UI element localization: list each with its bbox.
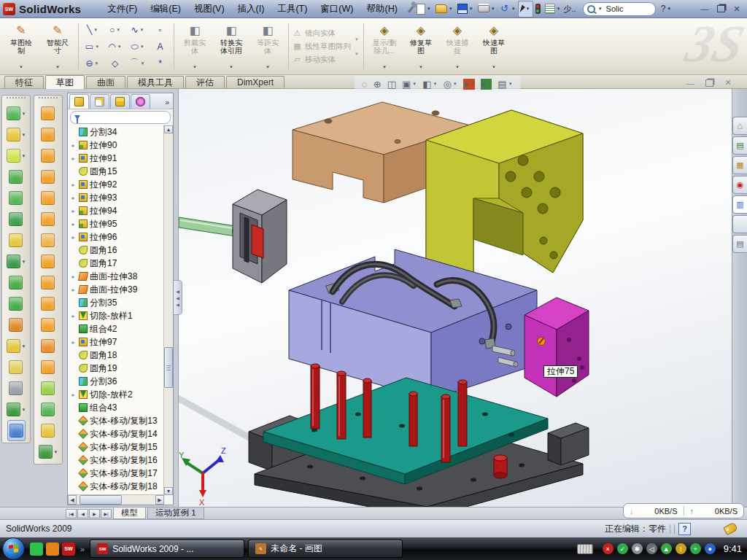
expand-arrow-icon[interactable]: [70, 182, 77, 188]
quick-launch-icon[interactable]: [30, 542, 43, 556]
command-tab[interactable]: 特征: [4, 76, 44, 88]
tray-icon[interactable]: ◁: [646, 543, 657, 554]
sketch-tool-button[interactable]: ◈ 快速草 图 ▼: [476, 20, 512, 73]
feature-tree-item[interactable]: 分割34: [68, 125, 163, 139]
quick-tips-button[interactable]: ?: [678, 523, 691, 535]
toolbar-button[interactable]: ▼: [433, 1, 455, 17]
dropdown-arrow-icon[interactable]: ▼: [19, 63, 23, 73]
doc-minimize-button[interactable]: —: [684, 77, 696, 88]
dropdown-arrow-icon[interactable]: ▼: [469, 7, 473, 11]
dropdown-arrow-icon[interactable]: ▼: [471, 82, 475, 86]
search-input[interactable]: [605, 4, 644, 14]
menu-item[interactable]: 帮助(H): [360, 1, 403, 18]
view-tool-button[interactable]: ▣ ▼: [402, 79, 417, 90]
feature-tool-button[interactable]: ▼: [7, 251, 26, 272]
menu-item[interactable]: 插入(I): [231, 1, 271, 18]
surface-tool-button[interactable]: ▼: [41, 251, 55, 272]
surface-tool-button[interactable]: ▼: [41, 314, 55, 335]
tree-filter-box[interactable]: [70, 111, 171, 124]
view-tool-button[interactable]: ▤ ▼: [498, 79, 512, 90]
manager-t[interactable]: [90, 94, 109, 109]
toolbar-button[interactable]: ▼: [498, 1, 518, 17]
tray-icon[interactable]: ●: [705, 543, 716, 554]
manager-t[interactable]: [110, 94, 130, 109]
sketch-tool-button[interactable]: ◧ 等距实 体 ▼: [249, 20, 286, 73]
sketch-tool-button[interactable]: ◧ 剪裁实 体 ▼: [177, 20, 213, 73]
feature-tree-item[interactable]: 圆角18: [68, 349, 163, 362]
task-pane-tab[interactable]: [732, 176, 747, 194]
tray-icon[interactable]: !: [676, 543, 686, 554]
feature-tree-item[interactable]: 分割36: [68, 375, 163, 388]
menu-item[interactable]: 工具(T): [271, 1, 314, 18]
dropdown-arrow-icon[interactable]: ▼: [193, 63, 197, 73]
scroll-up-icon[interactable]: ▲: [164, 125, 173, 133]
yellow-yoke-block[interactable]: [426, 110, 583, 290]
feature-tree-item[interactable]: 曲面-拉伸38: [68, 270, 163, 283]
feature-tree-item[interactable]: 切除-放样2: [68, 388, 163, 401]
command-tab[interactable]: 曲面: [86, 76, 125, 88]
expand-arrow-icon[interactable]: [70, 287, 77, 293]
sketch-entity-button[interactable]: ⊖ ▼: [81, 55, 104, 71]
dropdown-arrow-icon[interactable]: ▼: [455, 63, 460, 73]
feature-tool-button[interactable]: ▼: [9, 230, 23, 251]
menu-item[interactable]: 编辑(E): [144, 1, 187, 18]
feature-tree-item[interactable]: 组合43: [68, 401, 163, 414]
feature-tree-item[interactable]: 圆角15: [68, 165, 163, 178]
view-tool-button[interactable]: ◎ ▼: [443, 79, 457, 90]
feature-tree-item[interactable]: 实体-移动/复制15: [68, 440, 163, 454]
taskbar-window-button[interactable]: SW SolidWorks 2009 - ...: [90, 540, 244, 558]
feature-tree-item[interactable]: 拉伸95: [68, 217, 163, 230]
feature-tool-button[interactable]: ▼: [7, 103, 26, 124]
stop-pin[interactable]: [494, 455, 507, 478]
feature-tool-button[interactable]: ▼: [9, 209, 23, 230]
dropdown-arrow-icon[interactable]: ▼: [117, 44, 122, 49]
quick-launch-icon[interactable]: [46, 542, 59, 556]
surface-tool-button[interactable]: ▼: [41, 293, 55, 314]
feature-tree-item[interactable]: 实体-移动/复制14: [68, 427, 163, 440]
scrollbar-thumb[interactable]: [80, 495, 122, 505]
feature-tree-item[interactable]: 实体-移动/复制18: [68, 480, 163, 493]
dropdown-arrow-icon[interactable]: ▼: [526, 7, 530, 11]
help-dropdown-icon[interactable]: ▼: [667, 7, 671, 11]
sketch-tool-button[interactable]: ◈ 修复草 图 ▼: [403, 20, 439, 73]
model-view[interactable]: Y Z X: [179, 89, 732, 507]
toolbar-button[interactable]: ▼: [518, 1, 533, 18]
feature-tree-item[interactable]: 分割35: [68, 296, 163, 309]
feature-tree-item[interactable]: 拉伸94: [68, 204, 163, 217]
surface-tool-button[interactable]: ▼: [41, 187, 55, 209]
search-box[interactable]: ▼: [583, 2, 656, 16]
feature-tree-item[interactable]: 拉伸90: [68, 139, 163, 152]
measure-tool-button[interactable]: [7, 420, 26, 441]
surface-tool-button[interactable]: ▼: [41, 357, 55, 378]
dropdown-arrow-icon[interactable]: ▼: [557, 7, 561, 11]
dropdown-arrow-icon[interactable]: ▼: [382, 63, 387, 73]
tray-icon[interactable]: ▲: [661, 543, 672, 554]
task-pane-tab[interactable]: [732, 156, 747, 174]
network-speed-monitor[interactable]: ↓ 0KB/S ↑ 0KB/S: [623, 503, 744, 518]
dropdown-arrow-icon[interactable]: ▼: [491, 7, 495, 11]
base-right-rail[interactable]: [548, 423, 589, 465]
taskbar-window-button[interactable]: ✎ 未命名 - 画图: [248, 540, 403, 558]
task-pane-tab[interactable]: [732, 235, 747, 253]
menu-item[interactable]: 窗口(W): [314, 1, 360, 18]
feature-tree-item[interactable]: 拉伸97: [68, 335, 163, 349]
tab-nav-button[interactable]: |◀: [66, 509, 77, 518]
view-tool-button[interactable]: ● ▼: [463, 79, 475, 90]
surface-tool-button[interactable]: ▼: [41, 378, 55, 399]
view-tool-button[interactable]: ◌ ▼: [362, 79, 368, 90]
sketch-tool-button[interactable]: ▱ 移动实体: [293, 55, 351, 65]
feature-tool-button[interactable]: ▼: [9, 187, 23, 209]
feature-tree-item[interactable]: 切除-放样1: [68, 309, 163, 322]
sketch-tool-button[interactable]: ◧ 转换实 体引用 ▼: [213, 20, 249, 73]
magenta-slide-block[interactable]: [525, 298, 589, 397]
dropdown-arrow-icon[interactable]: ▼: [229, 63, 233, 73]
feature-tool-button[interactable]: ▼: [9, 166, 23, 187]
dropdown-arrow-icon[interactable]: ▼: [412, 82, 417, 86]
sketch-entity-button[interactable]: A ▼: [149, 38, 171, 55]
feature-tree-item[interactable]: 拉伸96: [68, 230, 163, 244]
input-method-icon[interactable]: [577, 544, 593, 554]
sketch-entity-button[interactable]: * ▼: [149, 55, 171, 71]
feature-tool-button[interactable]: ▼: [7, 335, 26, 357]
scroll-down-icon[interactable]: ▼: [164, 487, 173, 495]
scrollbar-thumb[interactable]: [164, 347, 173, 388]
